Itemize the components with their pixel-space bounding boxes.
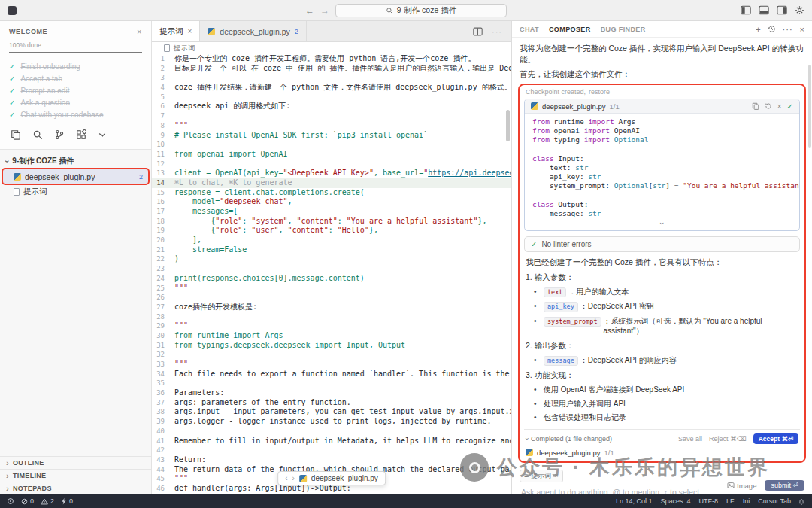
code-line[interactable]: 19 {"role": "user", "content": "Hello"},	[152, 226, 511, 236]
changed-file-pill[interactable]: ‹ › deepseek_plugin.py	[277, 471, 386, 485]
panel-tab-bug-finder[interactable]: BUG FINDER	[601, 26, 646, 33]
launcher-icon[interactable]	[7, 497, 14, 505]
new-chat-icon[interactable]: +	[756, 25, 760, 34]
forward-button[interactable]: →	[320, 5, 329, 16]
code-line[interactable]: 4coze 插件开发结果，请新建一个 python 文件，文件名请使用 deep…	[152, 83, 511, 93]
settings-gear-icon[interactable]	[795, 5, 804, 15]
close-icon[interactable]: ×	[188, 27, 192, 35]
code-editor[interactable]: 1你是一个专业的 coze 插件开发工程师。需要使用 python 语言,开发一…	[152, 54, 511, 494]
code-line[interactable]: 30from runtime import Args	[152, 331, 511, 341]
history-icon[interactable]	[768, 25, 776, 33]
sidebar-section-outline[interactable]: ›OUTLINE	[0, 456, 151, 469]
code-line[interactable]: 2目标是开发一个 可以 在 coze 中 使用 的 插件。插件的输入是用户的自然…	[152, 64, 511, 74]
code-line[interactable]: 17 messages=[	[152, 207, 511, 217]
code-line[interactable]: 31from typings.deepseek.deepseek import …	[152, 341, 511, 351]
toggle-panel-icon[interactable]	[759, 5, 769, 15]
toggle-primary-sidebar-icon[interactable]	[741, 5, 751, 15]
next-file-icon[interactable]: ›	[292, 474, 295, 482]
problems-warnings[interactable]: 2	[41, 497, 54, 505]
onboarding-item[interactable]: ✓Accept a tab	[9, 72, 142, 84]
status-item[interactable]: Cursor Tab	[758, 497, 791, 505]
tab-deepseek-plugin[interactable]: deepseek_plugin.py 2	[200, 21, 306, 41]
code-line[interactable]: 39args.logger - logger instance used to …	[152, 417, 511, 427]
code-line[interactable]: 26	[152, 293, 511, 303]
code-line[interactable]: 27coze插件的开发模板是:	[152, 303, 511, 312]
close-icon[interactable]: ×	[554, 472, 558, 479]
code-line[interactable]: 33"""	[152, 360, 511, 370]
more-actions-icon[interactable]: ···	[783, 25, 793, 34]
chevron-down-icon[interactable]: ›	[523, 437, 531, 440]
code-line[interactable]: 29"""	[152, 321, 511, 331]
copy-icon[interactable]	[11, 129, 21, 140]
command-center-search[interactable]: 9-制作 coze 插件	[335, 4, 507, 17]
explorer-file[interactable]: deepseek_plugin.py2	[3, 169, 148, 184]
status-item[interactable]: Spaces: 4	[661, 497, 691, 505]
editor-scrollbar-thumb[interactable]	[506, 110, 510, 141]
code-line[interactable]: 3	[152, 73, 511, 83]
status-item[interactable]: Ini	[743, 497, 750, 505]
code-line[interactable]: 35	[152, 379, 511, 388]
onboarding-item[interactable]: ✓Ask a question	[9, 96, 142, 108]
code-line[interactable]: 24print(response.choices[0].message.cont…	[152, 274, 511, 284]
submit-button[interactable]: submit ⏎	[765, 480, 804, 491]
notifications-bell-icon[interactable]	[798, 497, 805, 506]
search-icon[interactable]	[32, 129, 43, 140]
save-all-button[interactable]: Save all	[678, 435, 702, 443]
explorer-file[interactable]: 提示词	[3, 184, 148, 199]
code-line[interactable]: 36Parameters:	[152, 388, 511, 398]
onboarding-item[interactable]: ✓Prompt an edit	[9, 84, 142, 96]
more-actions-icon[interactable]: ···	[492, 27, 502, 36]
code-line[interactable]: 15response = client.chat.completions.cre…	[152, 188, 511, 198]
code-line[interactable]: 41Remember to fill in input/output in Me…	[152, 437, 511, 446]
onboarding-item[interactable]: ✓Finish onboarding	[9, 60, 142, 72]
close-icon[interactable]: ×	[800, 25, 804, 34]
accept-button[interactable]: Accept ⌘⏎	[753, 433, 798, 444]
panel-tab-composer[interactable]: COMPOSER	[549, 26, 591, 33]
copy-icon[interactable]	[752, 102, 759, 110]
source-control-icon[interactable]	[54, 129, 65, 140]
code-line[interactable]: 5	[152, 93, 511, 102]
code-line[interactable]: 21 stream=False	[152, 245, 511, 255]
code-line[interactable]: 10	[152, 140, 511, 150]
close-icon[interactable]: ×	[777, 102, 782, 111]
code-line[interactable]: 32	[152, 350, 511, 360]
code-line[interactable]: 1你是一个专业的 coze 插件开发工程师。需要使用 python 语言,开发一…	[152, 54, 511, 64]
attach-image-toggle[interactable]: Image	[727, 482, 756, 490]
code-line[interactable]: 7	[152, 111, 511, 121]
toggle-secondary-sidebar-icon[interactable]	[777, 5, 787, 15]
expand-code-button[interactable]: ›	[525, 219, 799, 230]
ports-indicator[interactable]: 0	[61, 497, 73, 505]
code-line[interactable]: 18 {"role": "system", "content": "You ar…	[152, 217, 511, 227]
sidebar-section-timeline[interactable]: ›TIMELINE	[0, 469, 151, 482]
status-item[interactable]: UTF-8	[699, 497, 719, 505]
close-icon[interactable]: ×	[137, 27, 142, 36]
code-line[interactable]: 11from openai import OpenAI	[152, 150, 511, 160]
restore-checkpoint-link[interactable]: restore	[589, 88, 610, 96]
code-line[interactable]: 9# Please install OpenAI SDK first: `pip…	[152, 131, 511, 141]
code-line[interactable]: 34Each file needs to export a function n…	[152, 370, 511, 379]
code-line[interactable]: 28	[152, 312, 511, 322]
onboarding-item[interactable]: ✓Chat with your codebase	[9, 108, 142, 120]
split-editor-icon[interactable]	[473, 27, 483, 36]
problems-errors[interactable]: 0	[21, 497, 34, 505]
code-line[interactable]: 23	[152, 264, 511, 274]
code-line[interactable]: 42	[152, 446, 511, 455]
code-line[interactable]: 37args: parameters of the entry function…	[152, 398, 511, 408]
chevron-down-icon[interactable]	[98, 130, 107, 139]
status-item[interactable]: LF	[726, 497, 735, 505]
breadcrumb[interactable]: 提示词	[152, 42, 511, 54]
code-line[interactable]: 43Return:	[152, 455, 511, 465]
code-line[interactable]: 14⌘L to chat, ⌘K to generate	[152, 178, 511, 188]
sidebar-section-notepads[interactable]: ›NOTEPADS	[0, 482, 151, 494]
code-line[interactable]: 22)	[152, 254, 511, 264]
code-line[interactable]: 13client = OpenAI(api_key="<DeepSeek API…	[152, 169, 511, 178]
changed-file-row[interactable]: deepseek_plugin.py 1/1	[524, 446, 800, 458]
extensions-icon[interactable]	[76, 129, 86, 140]
code-line[interactable]: 25"""	[152, 284, 511, 294]
tab-prompt-file[interactable]: 提示词 ×	[152, 21, 200, 41]
code-line[interactable]: 6deepseek api 的调用格式如下:	[152, 102, 511, 111]
code-line[interactable]: 40	[152, 427, 511, 437]
explorer-section-header[interactable]: › 9-制作 COZE 插件	[0, 154, 151, 169]
code-line[interactable]: 8"""	[152, 121, 511, 131]
code-line[interactable]: 20 ],	[152, 236, 511, 245]
